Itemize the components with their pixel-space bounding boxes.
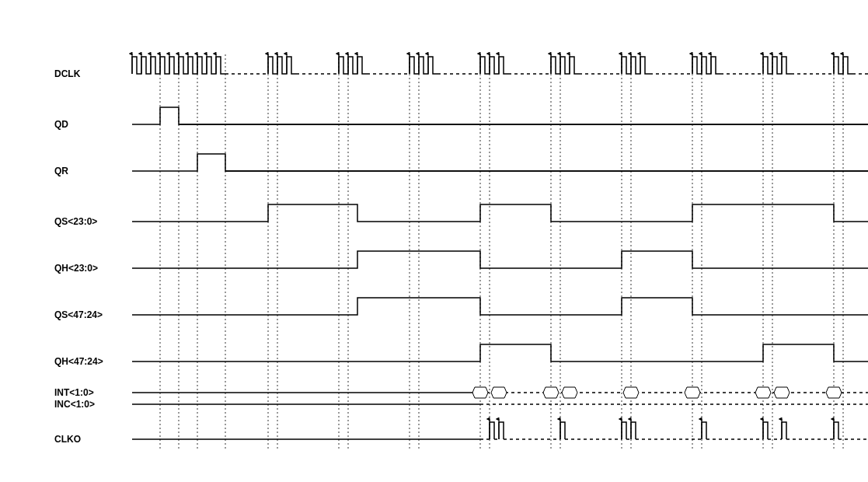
label-qr: QR <box>54 166 68 176</box>
svg-marker-79 <box>543 387 559 398</box>
signal-labels: DCLKQDQRQS<23:0>QH<23:0>QS<47:24>QH<47:2… <box>54 68 103 445</box>
svg-marker-83 <box>755 387 771 398</box>
svg-marker-78 <box>491 387 507 398</box>
label-int10: INT<1:0> <box>54 387 94 398</box>
label-qs4724: QS<47:24> <box>54 309 103 320</box>
svg-marker-85 <box>826 387 842 398</box>
label-clko: CLKO <box>54 434 81 445</box>
svg-marker-84 <box>774 387 790 398</box>
svg-marker-82 <box>685 387 700 398</box>
waveforms <box>132 54 868 439</box>
label-inc10: INC<1:0> <box>54 399 95 410</box>
svg-marker-77 <box>472 387 488 398</box>
label-qh230: QH<23:0> <box>54 263 98 274</box>
timing-diagram: DCLKQDQRQS<23:0>QH<23:0>QS<47:24>QH<47:2… <box>0 0 868 482</box>
svg-marker-80 <box>562 387 577 398</box>
label-qh4724: QH<47:24> <box>54 356 103 367</box>
svg-marker-81 <box>623 387 639 398</box>
label-qs230: QS<23:0> <box>54 216 97 227</box>
label-dclk: DCLK <box>54 68 81 79</box>
label-qd: QD <box>54 119 68 130</box>
